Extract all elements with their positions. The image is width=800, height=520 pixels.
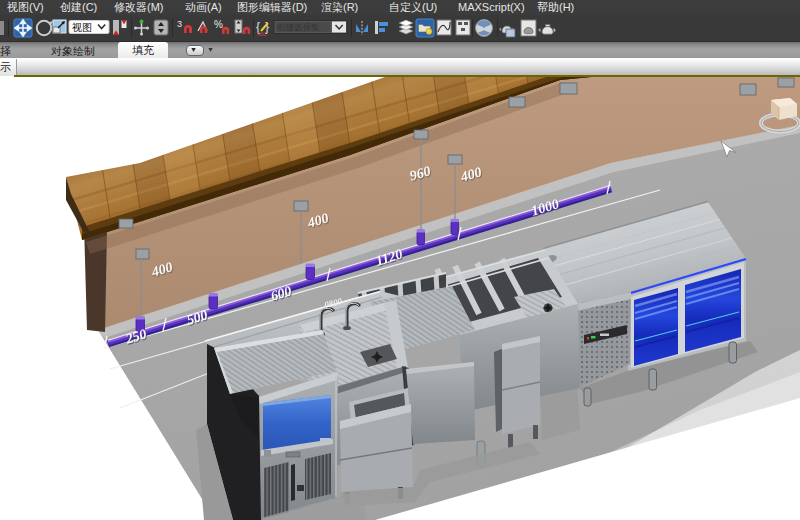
svg-text:3: 3 [177,19,182,29]
svg-text:创建选择集: 创建选择集 [276,22,320,32]
svg-text:视图: 视图 [72,22,92,33]
svg-text:ABC: ABC [257,32,267,37]
svg-text:%: % [214,19,223,30]
